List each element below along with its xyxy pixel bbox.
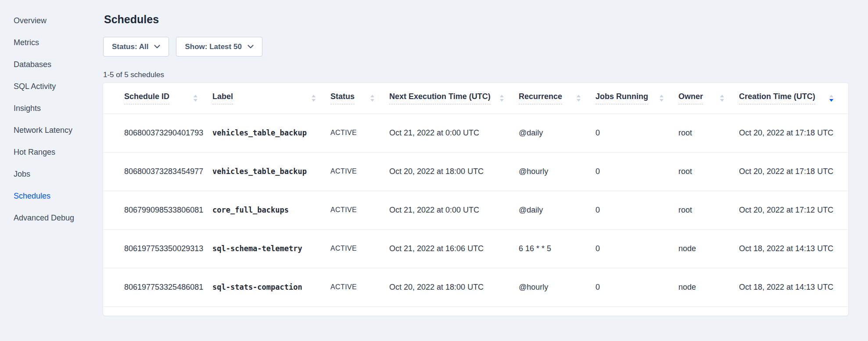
cell-label: core_full_backups (212, 191, 330, 229)
cell-schedule-id: 806800373283454977 (103, 152, 212, 191)
sidebar-item-label: Overview (14, 16, 47, 25)
cell-label: sql-stats-compaction (212, 268, 330, 306)
cell-recurrence: @hourly (519, 268, 595, 306)
status-filter-dropdown[interactable]: Status: All (103, 37, 169, 57)
cell-next-execution-time: Oct 20, 2022 at 18:00 UTC (389, 152, 519, 191)
cell-next-execution-time: Oct 21, 2022 at 0:00 UTC (389, 191, 519, 229)
sort-icon[interactable] (312, 95, 316, 102)
results-count: 1-5 of 5 schedules (103, 71, 868, 79)
sort-icon[interactable] (660, 95, 664, 102)
table-body: 806800373290401793 vehicles_table_backup… (103, 114, 848, 306)
cell-recurrence: @hourly (519, 152, 595, 191)
column-header-label: Label (212, 92, 233, 104)
cell-creation-time: Oct 20, 2022 at 17:18 UTC (739, 152, 848, 191)
sidebar-item-label: Schedules (14, 192, 50, 201)
schedules-table: Schedule ID Label Status Next Execu (103, 83, 848, 307)
column-header-label: Jobs Running (595, 92, 648, 104)
sidebar-item-metrics[interactable]: Metrics (0, 32, 103, 53)
column-header-label: Recurrence (519, 92, 562, 104)
sort-icon[interactable] (829, 95, 833, 102)
column-header-label: Next Execution Time (UTC) (389, 92, 491, 104)
chevron-down-icon (247, 45, 254, 49)
sidebar-item-label: Databases (14, 60, 51, 69)
column-header-label: Status (330, 92, 355, 104)
cell-label: vehicles_table_backup (212, 152, 330, 191)
chevron-down-icon (154, 45, 160, 49)
cell-status: ACTIVE (330, 114, 389, 152)
column-header-jobs-running[interactable]: Jobs Running (595, 83, 678, 114)
sort-icon[interactable] (370, 95, 374, 102)
sidebar-item-label: Hot Ranges (14, 148, 55, 157)
column-header-creation-time-utc[interactable]: Creation Time (UTC) (739, 83, 848, 114)
sidebar-item-label: Network Latency (14, 126, 72, 135)
sidebar-item-schedules[interactable]: Schedules (0, 185, 103, 207)
cell-schedule-id: 806800373290401793 (103, 114, 212, 152)
cell-creation-time: Oct 18, 2022 at 14:13 UTC (739, 229, 848, 268)
cell-recurrence: @daily (519, 114, 595, 152)
column-header-owner[interactable]: Owner (678, 83, 739, 114)
cell-jobs-running: 0 (595, 229, 678, 268)
sidebar-item-advanced-debug[interactable]: Advanced Debug (0, 207, 103, 229)
cell-status: ACTIVE (330, 268, 389, 306)
column-header-label[interactable]: Label (212, 83, 330, 114)
cell-jobs-running: 0 (595, 268, 678, 306)
cell-schedule-id: 806197753325486081 (103, 268, 212, 306)
schedules-table-card: Schedule ID Label Status Next Execu (103, 83, 848, 316)
table-header-row: Schedule ID Label Status Next Execu (103, 83, 848, 114)
column-header-label: Schedule ID (124, 92, 169, 104)
sidebar-item-databases[interactable]: Databases (0, 53, 103, 75)
column-header-status[interactable]: Status (330, 83, 389, 114)
cell-status: ACTIVE (330, 191, 389, 229)
sort-icon[interactable] (194, 95, 197, 102)
sidebar-item-label: Metrics (14, 38, 39, 47)
cell-jobs-running: 0 (595, 152, 678, 191)
table-row: 806800373290401793 vehicles_table_backup… (103, 114, 848, 152)
sort-icon[interactable] (500, 95, 504, 102)
sidebar: Overview Metrics Databases SQL Activity … (0, 0, 103, 341)
page: Overview Metrics Databases SQL Activity … (0, 0, 868, 341)
cell-creation-time: Oct 20, 2022 at 17:12 UTC (739, 191, 848, 229)
sidebar-item-overview[interactable]: Overview (0, 10, 103, 32)
main-content: Schedules Status: All Show: Latest 50 1-… (103, 0, 868, 341)
page-title: Schedules (104, 13, 868, 25)
cell-creation-time: Oct 18, 2022 at 14:13 UTC (739, 268, 848, 306)
cell-recurrence: @daily (519, 191, 595, 229)
sidebar-item-hot-ranges[interactable]: Hot Ranges (0, 141, 103, 163)
column-header-label: Owner (678, 92, 703, 104)
cell-jobs-running: 0 (595, 114, 678, 152)
cell-owner: root (678, 191, 739, 229)
cell-status: ACTIVE (330, 229, 389, 268)
sidebar-nav-list: Overview Metrics Databases SQL Activity … (0, 10, 103, 229)
sort-icon[interactable] (577, 95, 581, 102)
cell-jobs-running: 0 (595, 191, 678, 229)
sidebar-item-label: Jobs (14, 170, 30, 179)
cell-next-execution-time: Oct 20, 2022 at 18:00 UTC (389, 268, 519, 306)
cell-label: vehicles_table_backup (212, 114, 330, 152)
sidebar-item-sql-activity[interactable]: SQL Activity (0, 75, 103, 97)
column-header-schedule-id[interactable]: Schedule ID (103, 83, 212, 114)
cell-status: ACTIVE (330, 152, 389, 191)
cell-owner: node (678, 268, 739, 306)
sidebar-item-network-latency[interactable]: Network Latency (0, 119, 103, 141)
cell-schedule-id: 806197753350029313 (103, 229, 212, 268)
table-row: 806800373283454977 vehicles_table_backup… (103, 152, 848, 191)
table-row: 806197753325486081 sql-stats-compaction … (103, 268, 848, 306)
sidebar-item-jobs[interactable]: Jobs (0, 163, 103, 185)
table-row: 806197753350029313 sql-schema-telemetry … (103, 229, 848, 268)
cell-schedule-id: 806799098533806081 (103, 191, 212, 229)
cell-owner: node (678, 229, 739, 268)
column-header-label: Creation Time (UTC) (739, 92, 815, 104)
sidebar-item-label: Advanced Debug (14, 213, 74, 223)
show-filter-dropdown[interactable]: Show: Latest 50 (176, 37, 262, 57)
sidebar-item-label: Insights (14, 104, 41, 113)
cell-recurrence: 6 16 * * 5 (519, 229, 595, 268)
cell-next-execution-time: Oct 21, 2022 at 16:06 UTC (389, 229, 519, 268)
sort-icon[interactable] (720, 95, 724, 102)
table-row: 806799098533806081 core_full_backups ACT… (103, 191, 848, 229)
sidebar-item-insights[interactable]: Insights (0, 97, 103, 119)
sidebar-item-label: SQL Activity (14, 82, 56, 91)
cell-owner: root (678, 114, 739, 152)
column-header-recurrence[interactable]: Recurrence (519, 83, 595, 114)
column-header-next-execution-time-utc[interactable]: Next Execution Time (UTC) (389, 83, 519, 114)
cell-owner: root (678, 152, 739, 191)
